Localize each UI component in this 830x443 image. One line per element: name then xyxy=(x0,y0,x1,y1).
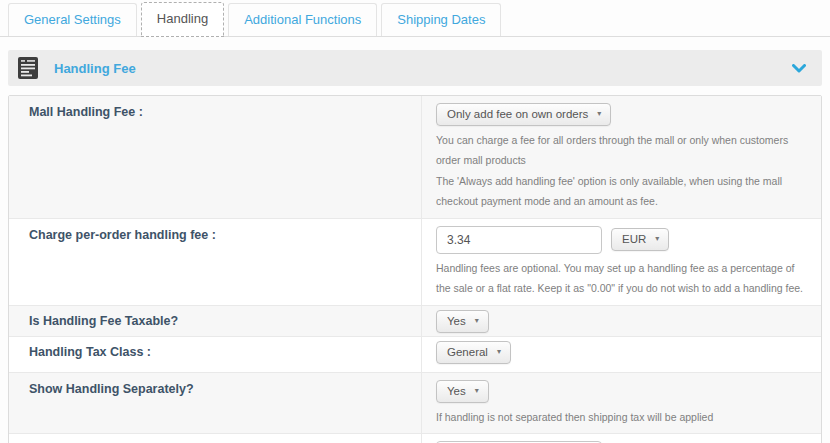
handling-fee-form: Mall Handling Fee : Only add fee on own … xyxy=(8,95,822,443)
caret-down-icon: ▾ xyxy=(475,387,479,395)
row-fee-taxable: Is Handling Fee Taxable? Yes ▾ xyxy=(9,305,821,336)
mall-handling-fee-select-value: Only add fee on own orders xyxy=(447,108,588,120)
chevron-down-icon[interactable] xyxy=(790,60,808,77)
caret-down-icon: ▾ xyxy=(655,235,659,243)
caret-down-icon: ▾ xyxy=(475,317,479,325)
mall-handling-fee-field: Only add fee on own orders ▾ You can cha… xyxy=(421,96,821,218)
currency-select-value: EUR xyxy=(622,233,646,245)
show-separately-select-value: Yes xyxy=(447,385,466,397)
tab-general-settings[interactable]: General Settings xyxy=(8,3,137,36)
show-separately-field: Yes ▾ If handling is not separated then … xyxy=(421,373,821,433)
tax-class-label: Handling Tax Class : xyxy=(9,337,421,372)
handling-text-field xyxy=(421,434,821,443)
mall-handling-fee-label: Mall Handling Fee : xyxy=(9,96,421,218)
tax-class-field: General ▾ xyxy=(421,337,821,372)
help-line: You can charge a fee for all orders thro… xyxy=(436,130,805,171)
row-mall-handling-fee: Mall Handling Fee : Only add fee on own … xyxy=(9,96,821,218)
tax-class-select[interactable]: General ▾ xyxy=(436,341,511,364)
per-order-fee-field: EUR ▾ Handling fees are optional. You ma… xyxy=(421,219,821,305)
per-order-fee-help: Handling fees are optional. You may set … xyxy=(436,258,805,299)
tab-handling[interactable]: Handling xyxy=(141,2,224,37)
fee-taxable-select-value: Yes xyxy=(447,315,466,327)
fee-taxable-label: Is Handling Fee Taxable? xyxy=(9,306,421,336)
row-handling-text: Handling Text : xyxy=(9,433,821,443)
show-separately-label: Show Handling Separately? xyxy=(9,373,421,433)
help-line: The 'Always add handling fee' option is … xyxy=(436,171,805,212)
show-separately-select[interactable]: Yes ▾ xyxy=(436,380,489,403)
help-line: Handling fees are optional. You may set … xyxy=(436,258,805,299)
show-separately-help: If handling is not separated then shippi… xyxy=(436,407,805,427)
row-handling-tax-class: Handling Tax Class : General ▾ xyxy=(9,336,821,372)
per-order-fee-label: Charge per-order handling fee : xyxy=(9,219,421,305)
handling-fee-amount-input[interactable] xyxy=(436,226,602,254)
caret-down-icon: ▾ xyxy=(497,348,501,356)
help-line: If handling is not separated then shippi… xyxy=(436,407,805,427)
fee-taxable-field: Yes ▾ xyxy=(421,306,821,336)
fee-taxable-select[interactable]: Yes ▾ xyxy=(436,310,489,333)
tab-shipping-dates[interactable]: Shipping Dates xyxy=(381,3,501,36)
handling-text-label: Handling Text : xyxy=(9,434,421,443)
row-show-handling-separately: Show Handling Separately? Yes ▾ If handl… xyxy=(9,372,821,433)
tab-bar: General Settings Handling Additional Fun… xyxy=(0,0,830,37)
section-title: Handling Fee xyxy=(54,61,136,76)
mall-handling-fee-help: You can charge a fee for all orders thro… xyxy=(436,130,805,212)
caret-down-icon: ▾ xyxy=(597,110,601,118)
document-lines-icon xyxy=(18,57,38,79)
mall-handling-fee-select[interactable]: Only add fee on own orders ▾ xyxy=(436,103,611,126)
row-per-order-handling-fee: Charge per-order handling fee : EUR ▾ Ha… xyxy=(9,218,821,305)
handling-fee-section-header[interactable]: Handling Fee xyxy=(8,50,822,86)
currency-select[interactable]: EUR ▾ xyxy=(611,228,669,251)
tax-class-select-value: General xyxy=(447,346,488,358)
tab-additional-functions[interactable]: Additional Functions xyxy=(228,3,377,36)
